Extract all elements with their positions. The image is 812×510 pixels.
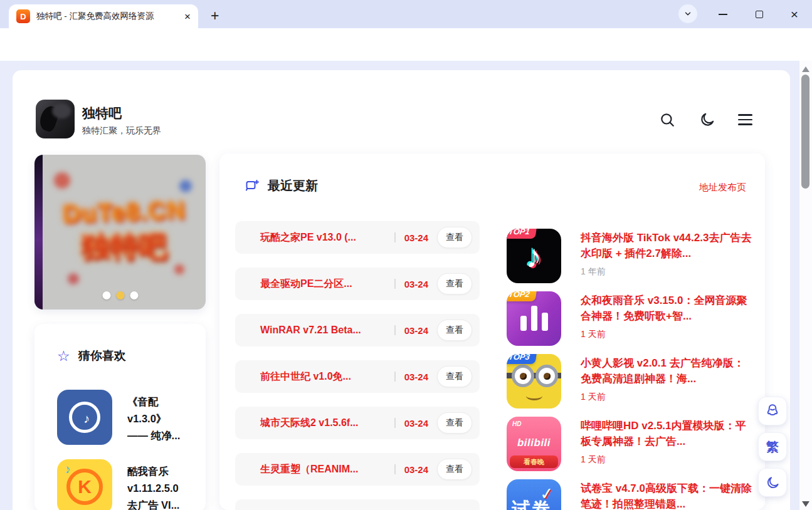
item-title[interactable]: 城市天际线2 v1.5.6f... [260,417,391,430]
scrollbar-down-arrow-icon[interactable] [802,501,809,507]
kuwo-music-app-icon: ♪ K [57,459,112,510]
view-button[interactable]: 查看 [437,366,472,387]
top-item-time: 1 天前 [581,392,752,403]
tab-search-button[interactable] [678,4,697,23]
item-title[interactable]: 玩酷之家PE v13.0 (... [260,231,391,244]
item-title[interactable]: 前往中世纪 v1.0免... [260,370,391,383]
top-item[interactable]: TOP3 小黄人影视 v2.0.1 去广告纯净版：免费高清追剧神器！海... 1… [507,354,752,409]
guess-item-title: 《音配 v1.3.0》 —— 纯净... [127,390,180,445]
site-favicon-icon: D [16,9,30,23]
top-item-title[interactable]: 众和夜雨音乐 v3.15.0：全网音源聚合神器！免费听歌+智... [581,293,752,324]
item-date: 03-24 [404,232,428,243]
view-button[interactable]: 查看 [437,412,472,434]
browser-window: D 独特吧 - 汇聚免费高效网络资源 × + × dute8.cn ⋮ 独特吧 … [0,0,812,510]
qq-contact-button[interactable] [758,397,787,425]
page-background: 独特吧 独特汇聚，玩乐无界 DuTe8.CN 独特吧 [0,61,812,510]
list-item-partial[interactable] [235,499,480,510]
view-button[interactable]: 查看 [437,320,472,341]
top2-badge: TOP2 [507,291,537,301]
tiktok-app-icon: TOP1 ♪ [507,229,561,283]
recent-updates-card: 最近更新 地址发布页 玩酷之家PE v13.0 (... 03-24 查看 最全… [219,154,765,510]
browser-toolbar: dute8.cn ⋮ [0,28,812,61]
list-item[interactable]: WinRAR v7.21 Beta... 03-24 查看 [235,314,480,346]
window-close-button[interactable]: × [786,6,803,23]
exam-paper-app-icon: ✓ 试卷 [507,479,561,510]
window-maximize-button[interactable] [751,6,767,23]
window-minimize-button[interactable] [715,6,731,23]
view-button[interactable]: 查看 [437,459,472,480]
guess-item[interactable]: ♪ K 酷我音乐 v1.11.2.5.0 去广告 VI... [57,459,179,510]
traditional-chinese-label: 繁 [766,439,779,455]
flag-plus-icon [245,179,260,194]
search-icon[interactable] [659,112,675,128]
kuwo-k-letter: K [78,476,92,497]
item-date: 03-24 [404,464,428,475]
top-item-title[interactable]: 试卷宝 v4.7.0高级版下载：一键清除笔迹！拍照整理错题... [581,481,752,510]
music-note-icon: ♪ [526,237,542,275]
list-item[interactable]: 城市天际线2 v1.5.6f... 03-24 查看 [235,407,480,439]
bilibili-banner: 看春晚 [510,455,558,468]
top-item[interactable]: HD bilibili 看春晚 哔哩哔哩HD v2.5.1内置模块版：平板专属神… [507,417,752,471]
item-date: 03-24 [404,418,428,429]
carousel-dot-active[interactable] [116,291,124,299]
banner-carousel[interactable]: DuTe8.CN 独特吧 [34,155,206,310]
tab-close-icon[interactable]: × [184,11,191,22]
item-title[interactable]: 最全驱动PE二分区... [260,278,391,291]
page-scrollbar[interactable] [799,61,812,510]
recent-list: 玩酷之家PE v13.0 (... 03-24 查看 最全驱动PE二分区... … [235,221,480,510]
chevron-down-icon [683,9,692,18]
guess-item[interactable]: ♪ 《音配 v1.3.0》 —— 纯净... [57,390,180,445]
list-item[interactable]: 前往中世纪 v1.0免... 03-24 查看 [235,360,480,393]
item-title[interactable]: 生灵重塑（REANIM... [260,463,391,476]
list-item[interactable]: 最全驱动PE二分区... 03-24 查看 [235,268,480,300]
publish-page-link[interactable]: 地址发布页 [699,182,746,194]
yinpei-app-icon: ♪ [57,390,112,445]
music-note-icon: ♪ [83,412,90,426]
carousel-dot[interactable] [102,291,110,299]
top-item-title[interactable]: 抖音海外版 TikTok v44.2.3去广告去水印版 + 插件2.7解除... [581,230,752,261]
guess-header: ☆ 猜你喜欢 [34,324,206,364]
list-item[interactable]: 生灵重塑（REANIM... 03-24 查看 [235,453,480,486]
guess-you-like-card: ☆ 猜你喜欢 ♪ 《音配 v1.3.0》 —— 纯净... ♪ [34,324,206,510]
menu-icon[interactable] [738,112,754,128]
site-name: 独特吧 [82,105,122,122]
dark-mode-moon-icon[interactable] [699,112,715,128]
tab-title: 独特吧 - 汇聚免费高效网络资源 [36,11,168,22]
carousel-dot[interactable] [130,291,138,299]
site-logo-avatar[interactable] [36,100,75,138]
view-button[interactable]: 查看 [437,227,472,248]
music-player-app-icon: TOP2 [507,291,561,346]
moon-icon [766,476,780,490]
banner-text-line1: DuTe8.CN [62,196,186,229]
item-date: 03-24 [404,325,428,336]
top3-badge: TOP3 [507,354,537,364]
top-item[interactable]: ✓ 试卷 试卷宝 v4.7.0高级版下载：一键清除笔迹！拍照整理错题... [507,479,752,510]
top-item[interactable]: TOP1 ♪ 抖音海外版 TikTok v44.2.3去广告去水印版 + 插件2… [507,229,752,283]
banner-text-line2: 独特吧 [81,227,167,266]
recent-header: 最近更新 [245,177,318,194]
top-item[interactable]: TOP2 众和夜雨音乐 v3.15.0：全网音源聚合神器！免费听歌+智... 1… [507,291,752,346]
item-date: 03-24 [404,372,428,382]
carousel-previous-slide-edge [34,155,43,310]
dark-mode-toggle[interactable] [758,468,787,497]
new-tab-button[interactable]: + [211,8,219,24]
list-item[interactable]: 玩酷之家PE v13.0 (... 03-24 查看 [235,221,480,254]
traditional-chinese-toggle[interactable]: 繁 [758,432,787,461]
minion-video-app-icon: TOP3 [507,354,561,409]
top-item-time: 1 天前 [581,454,752,466]
browser-tab[interactable]: D 独特吧 - 汇聚免费高效网络资源 × [9,4,198,28]
top-item-title[interactable]: 哔哩哔哩HD v2.5.1内置模块版：平板专属神器！去广告... [581,418,752,449]
scrollbar-thumb[interactable] [801,75,809,189]
top-item-title[interactable]: 小黄人影视 v2.0.1 去广告纯净版：免费高清追剧神器！海... [581,355,752,387]
page-content: 独特吧 独特汇聚，玩乐无界 DuTe8.CN 独特吧 [13,70,790,510]
item-title[interactable]: WinRAR v7.21 Beta... [260,325,391,336]
top-list: TOP1 ♪ 抖音海外版 TikTok v44.2.3去广告去水印版 + 插件2… [507,229,752,510]
guess-title: 猜你喜欢 [78,348,126,364]
view-button[interactable]: 查看 [437,273,472,294]
top-item-time: 1 天前 [581,329,752,340]
site-tagline: 独特汇聚，玩乐无界 [82,125,161,137]
top-item-time: 1 年前 [581,266,752,278]
qq-penguin-icon [764,403,781,419]
scrollbar-up-arrow-icon[interactable] [802,66,809,72]
banner-image: DuTe8.CN 独特吧 [43,155,206,310]
